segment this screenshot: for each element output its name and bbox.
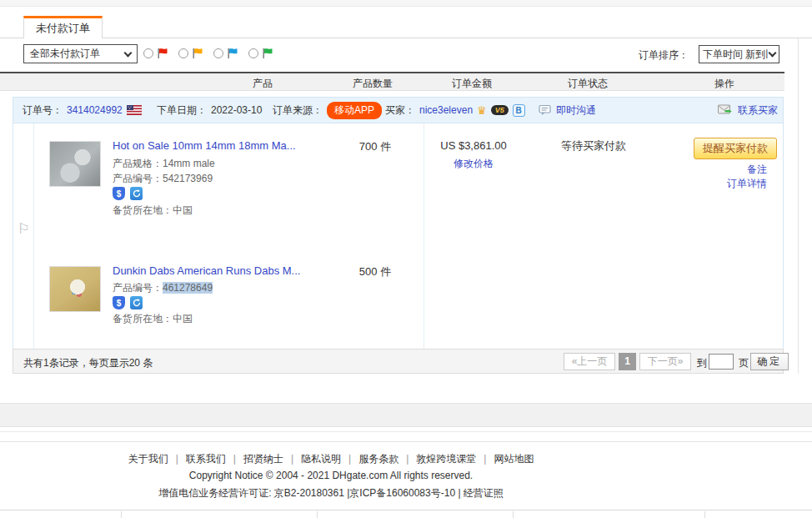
product-spec-value: 14mm male xyxy=(163,158,215,169)
order-filter-select[interactable]: 全部未付款订单 xyxy=(23,44,138,63)
orders-table-header: 产品 产品数量 订单金额 订单状态 操作 xyxy=(0,72,784,91)
envelope-arrow-icon xyxy=(718,104,734,116)
note-link[interactable]: 备注 xyxy=(747,163,767,177)
mobile-app-badge: 移动APP xyxy=(327,102,382,119)
flag-filter-blue[interactable] xyxy=(213,47,239,60)
goto-confirm-button[interactable]: 确定 xyxy=(750,353,789,370)
refresh-icon xyxy=(130,296,143,309)
remind-buyer-pay-button[interactable]: 提醒买家付款 xyxy=(694,138,777,159)
scrollbar-track-line xyxy=(798,38,799,374)
buyer-group: 买家： nice3eleven ♛ V5 B xyxy=(385,97,525,123)
footer-column-divider xyxy=(704,511,705,518)
footer-link-sitemap[interactable]: 网站地图 xyxy=(494,453,534,465)
prev-page-button[interactable]: «上一页 xyxy=(564,353,615,370)
order-details-link[interactable]: 订单详情 xyxy=(727,177,767,191)
yellow-flag-icon xyxy=(191,47,204,60)
product-image[interactable] xyxy=(49,141,101,187)
footer-links-row: 关于我们|联系我们|招贤纳士|隐私说明|服务条款|敦煌跨境课堂|网站地图 xyxy=(0,452,662,466)
footer-link-contact[interactable]: 联系我们 xyxy=(186,453,226,465)
product-sku-value-highlighted: 461278649 xyxy=(163,282,213,294)
buyer-name-link[interactable]: nice3eleven xyxy=(419,104,473,116)
red-flag-icon xyxy=(156,47,169,60)
instant-chat-group[interactable]: 即时沟通 xyxy=(539,97,596,123)
crown-icon: ♛ xyxy=(477,105,487,116)
order-number-label: 订单号： xyxy=(23,103,63,118)
tab-divider-line xyxy=(0,38,812,38)
unpaid-orders-page: 未付款订单 全部未付款订单 订单排序： 下单时间 新到 xyxy=(0,0,812,518)
product-sku: 产品编号：542173969 xyxy=(113,172,213,186)
flag-column-divider xyxy=(33,123,34,349)
order-source-label: 订单来源： xyxy=(273,103,323,118)
footer-hairline xyxy=(0,441,812,442)
footer-copyright: Copyright Notice © 2004 - 2021 DHgate.co… xyxy=(0,470,662,481)
footer-link-about[interactable]: 关于我们 xyxy=(128,453,168,465)
product-image[interactable] xyxy=(49,266,101,312)
sort-select[interactable]: 下单时间 新到旧 xyxy=(699,45,779,63)
flag-red-radio[interactable] xyxy=(143,48,153,58)
contact-buyer-link[interactable]: 联系买家 xyxy=(738,103,778,118)
product-sku-label: 产品编号： xyxy=(113,173,163,184)
col-action: 操作 xyxy=(714,77,734,91)
product-origin: 备货所在地：中国 xyxy=(113,204,193,218)
product-sku-value: 542173969 xyxy=(163,173,213,184)
order-date-group: 下单日期： 2022-03-10 xyxy=(157,97,262,123)
tab-label: 未付款订单 xyxy=(36,22,90,34)
footer-hairline xyxy=(0,431,812,432)
flag-yellow-radio[interactable] xyxy=(178,48,188,58)
instant-chat-link[interactable]: 即时沟通 xyxy=(556,103,596,118)
footer-link-careers[interactable]: 招贤纳士 xyxy=(243,453,283,465)
footer-link-privacy[interactable]: 隐私说明 xyxy=(301,453,341,465)
footer-link-terms[interactable]: 服务条款 xyxy=(358,453,398,465)
footer-separator: | xyxy=(176,453,178,465)
modify-price-link[interactable]: 修改价格 xyxy=(454,157,494,171)
product-title-link[interactable]: Dunkin Dabs American Runs Dabs M... xyxy=(113,264,300,277)
flag-green-radio[interactable] xyxy=(248,48,258,58)
page-unit-label: 页 xyxy=(739,356,749,370)
product-title-link[interactable]: Hot on Sale 10mm 14mm 18mm Ma... xyxy=(113,139,296,152)
order-source-group: 订单来源： 移动APP xyxy=(273,97,382,123)
footer-column-divider xyxy=(121,511,122,518)
goto-page-label: 到 xyxy=(697,356,707,370)
product-quantity: 500 件 xyxy=(359,264,391,279)
product-spec: 产品规格：14mm male xyxy=(113,157,215,171)
order-date-value: 2022-03-10 xyxy=(211,104,262,116)
blue-flag-icon xyxy=(226,47,239,60)
footer-link-academy[interactable]: 敦煌跨境课堂 xyxy=(416,453,476,465)
footer-separator: | xyxy=(406,453,409,465)
order-filter-value: 全部未付款订单 xyxy=(30,47,120,61)
footer-separator: | xyxy=(484,453,486,465)
contact-buyer-group[interactable]: 联系买家 xyxy=(718,97,778,123)
product-origin-value: 中国 xyxy=(173,313,193,324)
product-origin: 备货所在地：中国 xyxy=(113,312,193,326)
flag-blue-radio[interactable] xyxy=(213,48,223,58)
order-status: 等待买家付款 xyxy=(561,138,626,153)
footer-bottom-line xyxy=(0,510,812,510)
order-flag-marker-icon[interactable]: ⚐ xyxy=(18,220,30,238)
product-badges: $ xyxy=(113,296,143,309)
product-spec-label: 产品规格： xyxy=(113,158,163,169)
flag-filter-yellow[interactable] xyxy=(178,47,204,60)
tab-unpaid-orders[interactable]: 未付款订单 xyxy=(23,16,103,38)
footer-separator: | xyxy=(348,453,351,465)
col-quantity: 产品数量 xyxy=(353,77,393,91)
flag-filter-red[interactable] xyxy=(143,47,169,60)
chevron-down-icon xyxy=(124,48,133,57)
footer-license: 增值电信业务经营许可证: 京B2-20180361 |京ICP备16060083… xyxy=(0,486,662,500)
us-flag-icon xyxy=(127,105,142,115)
order-number-group: 订单号： 3414024992 xyxy=(23,97,142,123)
records-summary: 共有1条记录，每页显示20 条 xyxy=(23,356,153,370)
buyer-label: 买家： xyxy=(385,103,415,118)
next-page-button[interactable]: 下一页» xyxy=(639,353,691,370)
order-number-link[interactable]: 3414024992 xyxy=(67,104,123,116)
footer-spacer-band xyxy=(0,403,812,427)
flag-filter-green[interactable] xyxy=(248,47,274,60)
product-origin-value: 中国 xyxy=(173,204,193,216)
dollar-shield-icon: $ xyxy=(113,296,125,309)
footer-column-divider xyxy=(513,511,514,518)
product-origin-label: 备货所在地： xyxy=(113,204,173,216)
sort-label: 订单排序： xyxy=(639,48,689,63)
goto-page-input[interactable] xyxy=(709,354,734,370)
footer-separator: | xyxy=(291,453,293,465)
current-page-indicator: 1 xyxy=(619,353,636,370)
product-sku: 产品编号：461278649 xyxy=(113,281,213,295)
